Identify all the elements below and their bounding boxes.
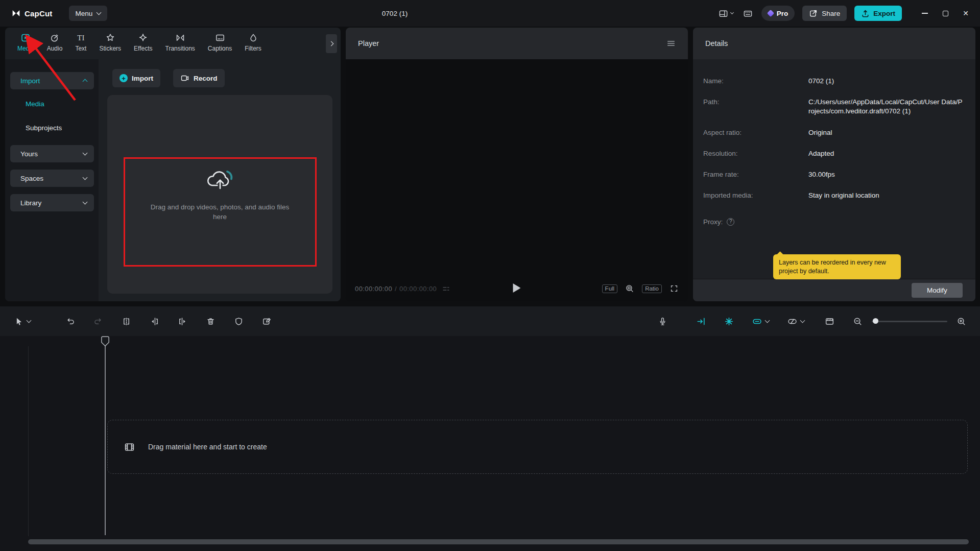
record-voiceover-button[interactable] xyxy=(655,314,670,329)
zoom-in-icon xyxy=(957,317,966,326)
import-label: Import xyxy=(132,75,153,82)
magnetic-snap-toggle[interactable] xyxy=(722,314,736,329)
more-tabs-button[interactable] xyxy=(326,34,337,53)
player-viewport[interactable]: 00:00:00:00 / 00:00:00:00 Full Ratio xyxy=(346,59,688,301)
undo-button[interactable] xyxy=(63,314,78,329)
mask-button[interactable] xyxy=(231,314,246,329)
slider-thumb[interactable] xyxy=(873,318,878,324)
microphone-icon xyxy=(658,317,667,326)
timeline[interactable]: Drag material here and start to create xyxy=(0,336,980,551)
delete-right-button[interactable] xyxy=(175,314,190,329)
tab-audio[interactable]: Audio xyxy=(43,32,67,53)
timeline-dropzone[interactable]: Drag material here and start to create xyxy=(107,420,968,474)
detail-row-name: Name: 0702 (1) xyxy=(703,77,963,86)
redo-button[interactable] xyxy=(91,314,106,329)
export-button[interactable]: Export xyxy=(854,6,902,21)
shield-mask-icon xyxy=(234,317,244,326)
import-button[interactable]: + Import xyxy=(112,69,160,87)
tab-text[interactable]: TI Text xyxy=(71,32,90,53)
unlink-track-icon xyxy=(787,317,797,326)
window-controls: ✕ xyxy=(918,6,973,21)
cursor-select-icon xyxy=(14,317,23,326)
hamburger-icon xyxy=(666,39,676,48)
pro-button[interactable]: Pro xyxy=(761,6,795,21)
player-menu-button[interactable] xyxy=(666,39,676,48)
total-time: 00:00:00:00 xyxy=(399,285,437,293)
minimize-button[interactable] xyxy=(918,6,932,21)
detail-label: Resolution: xyxy=(703,149,808,158)
track-header-divider xyxy=(28,346,29,536)
media-sidebar: Import Media Subprojects Yours Spaces xyxy=(5,59,99,301)
capcut-logo-icon xyxy=(11,9,21,18)
tab-captions[interactable]: Captions xyxy=(204,32,236,53)
tab-label: Effects xyxy=(134,45,152,52)
chevron-right-icon xyxy=(328,41,333,46)
shortcuts-button[interactable] xyxy=(742,7,754,20)
full-toggle[interactable]: Full xyxy=(602,284,618,293)
play-button[interactable] xyxy=(513,283,521,293)
sidebar-item-import[interactable]: Import xyxy=(10,72,94,89)
zoom-in-button[interactable] xyxy=(954,314,969,329)
timeline-dropzone-text: Drag material here and start to create xyxy=(148,443,267,451)
undo-icon xyxy=(65,317,75,326)
delete-left-button[interactable] xyxy=(147,314,162,329)
audio-icon xyxy=(50,33,60,43)
magnetic-snap-icon xyxy=(724,317,734,326)
timeline-zoom-slider[interactable] xyxy=(872,321,947,322)
help-circle-icon[interactable]: ? xyxy=(727,218,734,226)
maximize-icon xyxy=(943,11,948,16)
maximize-button[interactable] xyxy=(938,6,952,21)
media-panel: Media Audio TI Text Stickers Effects xyxy=(5,28,341,301)
delete-right-icon xyxy=(178,317,187,326)
close-button[interactable]: ✕ xyxy=(959,6,973,21)
sidebar-item-media[interactable]: Media xyxy=(10,92,94,116)
tab-transitions[interactable]: Transitions xyxy=(161,32,199,53)
sidebar-item-spaces[interactable]: Spaces xyxy=(10,170,94,187)
link-clips-toggle[interactable] xyxy=(750,314,772,329)
split-button[interactable] xyxy=(119,314,134,329)
preview-quality-button[interactable] xyxy=(822,314,837,329)
detail-label: Name: xyxy=(703,77,808,86)
detail-row-resolution: Resolution: Adapted xyxy=(703,149,963,158)
sidebar-item-label: Spaces xyxy=(20,175,43,182)
play-icon xyxy=(513,283,521,293)
tab-effects[interactable]: Effects xyxy=(130,32,156,53)
detail-value: 0702 (1) xyxy=(808,77,963,86)
record-button[interactable]: Record xyxy=(173,69,225,87)
share-button[interactable]: Share xyxy=(802,6,847,21)
tab-media[interactable]: Media xyxy=(13,32,38,53)
menu-button[interactable]: Menu xyxy=(69,6,108,21)
sidebar-item-yours[interactable]: Yours xyxy=(10,145,94,162)
sidebar-item-subprojects[interactable]: Subprojects xyxy=(10,116,94,140)
filters-icon xyxy=(248,33,258,43)
timeline-toolbar xyxy=(0,306,980,336)
fullscreen-icon[interactable] xyxy=(670,284,679,293)
auto-ripple-toggle[interactable] xyxy=(694,314,708,329)
zoom-out-button[interactable] xyxy=(850,314,865,329)
text-icon: TI xyxy=(77,33,84,43)
effects-icon xyxy=(138,33,148,43)
sidebar-item-library[interactable]: Library xyxy=(10,194,94,211)
timeline-scrollbar[interactable] xyxy=(28,539,969,544)
proxy-label: Proxy: xyxy=(703,218,723,227)
select-tool-button[interactable] xyxy=(11,314,33,329)
edit-button[interactable] xyxy=(259,314,274,329)
auto-ripple-icon xyxy=(696,317,706,326)
modify-button[interactable]: Modify xyxy=(912,283,963,298)
duration-settings-icon[interactable] xyxy=(442,284,450,293)
edit-pencil-icon xyxy=(262,317,272,326)
details-body: Name: 0702 (1) Path: C:/Users/user/AppDa… xyxy=(693,59,975,227)
detail-value: Adapted xyxy=(808,149,963,158)
chevron-down-icon xyxy=(800,318,805,323)
delete-button[interactable] xyxy=(203,314,218,329)
track-options-button[interactable] xyxy=(785,314,807,329)
media-dropzone[interactable]: Drag and drop videos, photos, and audio … xyxy=(107,95,332,294)
zoom-fit-icon[interactable] xyxy=(625,284,634,293)
ratio-toggle[interactable]: Ratio xyxy=(642,284,662,293)
tab-stickers[interactable]: Stickers xyxy=(95,32,125,53)
player-view-options: Full Ratio xyxy=(602,284,679,293)
zoom-out-icon xyxy=(853,317,863,326)
trash-icon xyxy=(206,317,216,326)
tab-filters[interactable]: Filters xyxy=(241,32,266,53)
layout-toggle-button[interactable] xyxy=(718,7,734,20)
